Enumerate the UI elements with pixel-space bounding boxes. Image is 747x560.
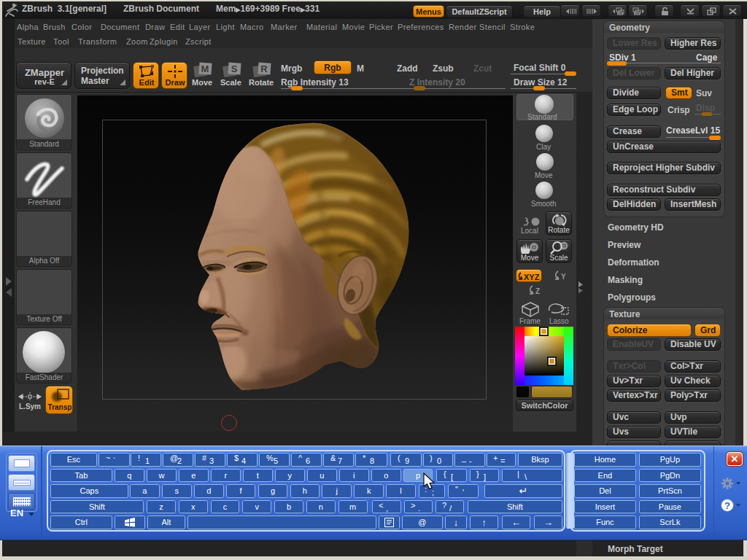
svg-text:M: M: [201, 63, 209, 74]
svg-text:R: R: [260, 63, 268, 74]
svg-text:?: ?: [724, 500, 730, 511]
svg-text:Y: Y: [561, 273, 566, 281]
svg-text:XYZ: XYZ: [524, 273, 540, 281]
svg-text:S: S: [231, 63, 238, 74]
svg-text:Z: Z: [535, 287, 540, 295]
